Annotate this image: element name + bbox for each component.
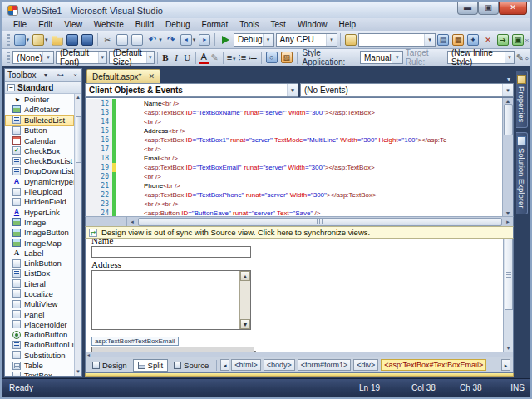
toolbar-overflow-icon[interactable]: » (522, 56, 530, 58)
breadcrumb-scroll-left-icon[interactable]: ◂ (220, 359, 229, 371)
toolbox-group-standard[interactable]: − Standard (5, 82, 81, 94)
toolbox-item-image[interactable]: Image (5, 217, 74, 227)
italic-button[interactable]: I (171, 52, 182, 62)
scroll-up-icon[interactable]: ▲ (76, 94, 81, 101)
block-format-combo[interactable]: (None)▾ (12, 51, 54, 64)
toolbox-item-table[interactable]: Table (5, 360, 74, 370)
code-line-21[interactable]: 21Phone<br /> (86, 181, 502, 190)
find-button[interactable] (344, 33, 357, 47)
solution-configuration-combo[interactable]: Debug▾ (234, 33, 273, 47)
tab-list-chevron-icon[interactable]: ▾ (507, 76, 514, 83)
save-all-button[interactable] (81, 33, 94, 47)
scroll-left-icon[interactable]: ◂ (127, 219, 137, 225)
breadcrumb-body[interactable]: <body> (264, 359, 295, 371)
code-line-17[interactable]: 17<br /> (86, 145, 502, 154)
breadcrumb-asp-textbox-textboxemail[interactable]: <asp:TextBox#TextBoxEmail> (381, 359, 486, 371)
start-debugging-button[interactable] (219, 35, 233, 45)
toolbox-scrollbar[interactable]: ▲ ▼ (74, 94, 81, 376)
highlight-button[interactable]: ✎ (209, 52, 220, 63)
solution-explorer-button[interactable]: ▤ (436, 33, 450, 47)
toolbox-item-imagebutton[interactable]: ImageButton (5, 228, 74, 238)
menu-item-build[interactable]: Build (130, 18, 160, 31)
toolbox-item-bulletedlist[interactable]: BulletedList (5, 115, 74, 126)
toolbox-item-placeholder[interactable]: PlaceHolder (5, 319, 74, 329)
toolbar-grip[interactable] (7, 34, 10, 46)
redo-button[interactable]: ↷ (165, 33, 178, 47)
design-vertical-scrollbar[interactable]: ▾ (503, 239, 513, 352)
close-icon[interactable]: × (71, 71, 79, 79)
design-textarea-address[interactable]: ▲ ▼ (91, 270, 251, 330)
design-horizontal-scrollbar[interactable]: ◂ (85, 352, 514, 357)
menu-item-view[interactable]: View (58, 18, 88, 31)
scrollbar-thumb[interactable] (76, 116, 81, 163)
code-line-19[interactable]: 19<asp:TextBox ID="TextBoxEmail" runat="… (86, 163, 502, 172)
menu-item-window[interactable]: Window (292, 18, 333, 31)
navigate-backward-button[interactable]: ◂▾ (180, 33, 197, 47)
toolbox-item-linkbutton[interactable]: LinkButton (5, 258, 74, 268)
toolbox-item-checkboxlist[interactable]: CheckBoxList (5, 155, 74, 165)
font-size-combo[interactable]: (Default Size)▾ (109, 51, 155, 64)
scroll-down-icon[interactable]: ▼ (505, 210, 511, 216)
close-button[interactable]: ✕ (499, 2, 527, 15)
bulleted-list-button[interactable]: ⁝≡ (237, 52, 248, 63)
tab-solution-explorer[interactable]: Solution Explorer (516, 132, 528, 214)
scrollbar-thumb[interactable] (138, 218, 502, 226)
textarea-scrollbar[interactable]: ▲ ▼ (239, 271, 250, 329)
toolbox-item-imagemap[interactable]: ImageMap (5, 238, 74, 248)
toolbox-item-panel[interactable]: Panel (5, 309, 74, 319)
toolbox-item-label[interactable]: Label (5, 248, 74, 258)
code-line-24[interactable]: 24<asp:Button ID="ButtonSave" runat="ser… (86, 209, 502, 216)
scrollbar-thumb[interactable] (505, 239, 513, 310)
toolbox-item-multiview[interactable]: MultiView (5, 299, 74, 309)
font-name-combo[interactable]: (Default Font)▾ (56, 51, 107, 64)
toolbox-item-calendar[interactable]: Calendar (5, 135, 74, 145)
menu-item-file[interactable]: File (7, 18, 32, 31)
scroll-down-icon[interactable]: ▼ (240, 319, 250, 329)
open-file-button[interactable] (51, 33, 64, 47)
menu-item-test[interactable]: Test (265, 18, 292, 31)
new-project-button[interactable]: ▾ (13, 33, 31, 47)
tab-properties[interactable]: Properties (516, 71, 528, 128)
toolbox-item-radiobutton[interactable]: RadioButton (5, 330, 74, 340)
add-new-item-button[interactable]: ▾ (32, 33, 49, 47)
properties-window-button[interactable]: ▦ (451, 33, 465, 47)
scroll-down-icon[interactable]: ▾ (507, 345, 510, 352)
menu-item-help[interactable]: Help (332, 18, 362, 31)
scrollbar-thumb[interactable] (504, 104, 513, 135)
resize-handle[interactable] (253, 351, 257, 352)
find-combo[interactable]: ▾ (358, 33, 436, 47)
toolbox-item-checkbox[interactable]: CheckBox (5, 145, 74, 155)
copy-button[interactable] (116, 33, 129, 47)
navigate-forward-button[interactable]: ▸ (198, 33, 211, 47)
paste-button[interactable] (131, 33, 144, 47)
scroll-right-icon[interactable]: ▸ (503, 219, 513, 225)
css-button[interactable]: ▨ (280, 51, 293, 64)
object-browser-button[interactable]: ✦ (466, 33, 480, 47)
toolbar-overflow-icon[interactable]: » (523, 38, 531, 41)
solution-platform-combo[interactable]: Any CPU▾ (276, 33, 338, 47)
toolbox-item-localize[interactable]: Localize (5, 288, 74, 298)
breadcrumb-div[interactable]: <div> (353, 359, 378, 371)
underline-button[interactable]: U (182, 52, 193, 62)
code-line-14[interactable]: 14<br /> (86, 117, 502, 126)
design-textbox-email-selected[interactable] (91, 347, 254, 352)
design-view-button[interactable]: Design (88, 359, 131, 372)
numbered-list-button[interactable]: ≔ (248, 52, 259, 63)
toolbox-item-dynamichyper[interactable]: DynamicHyper... (5, 176, 74, 186)
window-position-icon[interactable]: ▾ (42, 71, 49, 79)
code-line-20[interactable]: 20<br /> (86, 172, 502, 181)
style-application-combo[interactable]: Manual▾ (360, 51, 403, 64)
menu-item-tools[interactable]: Tools (234, 18, 264, 31)
toolbox-item-listbox[interactable]: ListBox (5, 268, 74, 278)
toolbox-item-radiobuttonlist[interactable]: RadioButtonList (5, 340, 74, 350)
source-horizontal-scrollbar[interactable]: ◂ ▸ (85, 216, 514, 226)
code-line-13[interactable]: 13<asp:TextBox ID="TextBoxName" runat="s… (86, 108, 502, 117)
cut-button[interactable]: ✂ (101, 33, 114, 47)
toolbox-button[interactable]: ✕ (481, 33, 495, 47)
target-rule-combo[interactable]: (New Inline Style)▾ (447, 51, 515, 64)
design-textbox-name[interactable] (91, 246, 251, 258)
scroll-up-icon[interactable]: ▲ (505, 98, 511, 104)
tab-close-icon[interactable]: ✕ (148, 72, 155, 81)
code-line-12[interactable]: 12Name<br /> (86, 99, 502, 108)
maximize-button[interactable]: ▣ (478, 2, 499, 15)
